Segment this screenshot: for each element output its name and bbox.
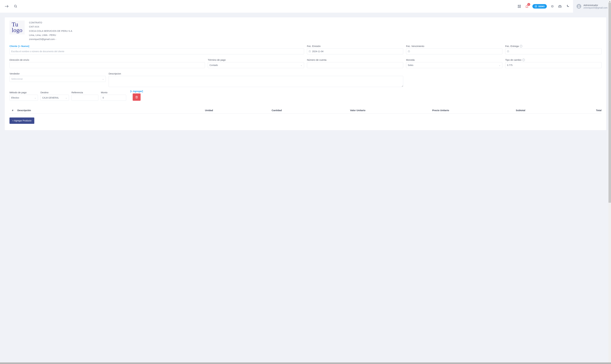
th-unit-value: Valor Unitario — [283, 109, 365, 112]
delivery-date-label: Fec. Entrega — [505, 45, 519, 47]
svg-rect-4 — [520, 5, 520, 6]
calendar-icon — [507, 50, 509, 52]
description-textarea[interactable] — [109, 76, 403, 87]
svg-point-3 — [518, 5, 519, 6]
due-date-input[interactable] — [406, 48, 502, 54]
notification-badge: 3 — [527, 3, 530, 6]
account-number-label: Número de cuenta — [307, 59, 403, 61]
emission-date-input[interactable]: 2024-11-04 — [307, 48, 403, 54]
destination-select[interactable]: CAJA GENERAL ⌄ — [40, 95, 69, 101]
svg-rect-6 — [520, 7, 520, 8]
user-email: zrenrique20@gmail.com — [584, 6, 608, 9]
delivery-date-input[interactable] — [505, 48, 601, 54]
delete-payment-button[interactable] — [133, 93, 141, 101]
chevron-down-icon: ⌄ — [499, 64, 501, 66]
grid-icon[interactable] — [517, 4, 521, 8]
payment-term-select[interactable]: Contado ⌄ — [208, 62, 304, 68]
add-product-button[interactable]: + Agregar Producto — [10, 117, 34, 124]
due-date-label: Fec. Vencimiento — [406, 45, 502, 47]
reference-input[interactable] — [71, 95, 98, 101]
info-icon[interactable]: i — [520, 45, 522, 47]
info-icon[interactable]: i — [522, 59, 525, 61]
client-input[interactable] — [10, 48, 304, 54]
briefcase-icon[interactable] — [558, 4, 562, 8]
svg-rect-15 — [408, 51, 410, 52]
client-label-link[interactable]: Cliente — [10, 45, 17, 47]
logo-placeholder: Tu logo — [10, 21, 25, 35]
amount-input[interactable] — [101, 95, 126, 101]
currency-select[interactable]: Soles ⌄ — [406, 62, 502, 68]
emission-date-label: Fec. Emisión — [307, 45, 403, 47]
document-card: Tu logo CONTRATO CNT-XXX COCA-COLA SERVI… — [5, 17, 606, 130]
svg-point-7 — [535, 5, 537, 7]
payment-method-label: Método de pago — [10, 91, 38, 94]
bell-icon[interactable]: 3 — [525, 4, 529, 8]
th-subtotal: Subtotal — [451, 109, 525, 112]
th-quantity: Cantidad — [215, 109, 282, 112]
ship-address-input[interactable] — [10, 62, 205, 68]
th-unit-price: Precio Unitario — [367, 109, 449, 112]
reference-label: Referencia — [71, 91, 98, 94]
calendar-icon — [309, 50, 311, 52]
payment-method-select[interactable]: Efectivo ⌄ — [10, 95, 38, 101]
ship-address-label: Dirección de envío — [10, 59, 205, 61]
demo-label: DEMO — [538, 5, 545, 8]
destination-label: Destino — [40, 91, 69, 94]
svg-rect-11 — [309, 51, 311, 52]
th-description: Descripción — [17, 109, 152, 112]
arrow-right-icon[interactable] — [5, 4, 9, 8]
seller-label: Vendedor — [10, 72, 106, 75]
new-client-link[interactable]: [+ Nuevo] — [18, 45, 29, 47]
trash-icon — [135, 96, 138, 99]
minimize-icon[interactable] — [550, 4, 554, 8]
chevron-down-icon: ⌄ — [65, 96, 67, 99]
svg-rect-5 — [518, 7, 519, 8]
th-unit: Unidad — [153, 109, 213, 112]
svg-point-1 — [14, 5, 16, 7]
scrollbar-thumb[interactable] — [609, 2, 611, 203]
exchange-rate-label: Tipo de cambio — [505, 59, 521, 61]
document-info: CONTRATO CNT-XXX COCA-COLA SERVICIOS DE … — [29, 21, 72, 41]
payment-term-label: Término de pago — [208, 59, 304, 61]
th-number: # — [10, 109, 16, 112]
demo-button[interactable]: DEMO — [533, 4, 547, 9]
seller-select[interactable]: Seleccionar ⌄ — [10, 76, 106, 82]
chevron-down-icon: ⌄ — [300, 64, 302, 66]
svg-point-10 — [578, 5, 580, 6]
moon-icon[interactable] — [565, 4, 570, 8]
svg-line-2 — [16, 7, 17, 8]
add-payment-link[interactable]: [+ Agregar] — [130, 90, 143, 92]
exchange-rate-input[interactable] — [505, 62, 601, 68]
bottom-chrome-bar — [0, 363, 611, 364]
currency-label: Moneda — [406, 59, 502, 61]
description-label: Descripcion — [109, 72, 403, 75]
account-number-input[interactable] — [307, 62, 403, 68]
avatar — [576, 4, 581, 9]
th-total: Total — [527, 109, 601, 112]
svg-rect-19 — [507, 51, 509, 52]
amount-label: Monto — [101, 91, 126, 94]
chevron-down-icon: ⌄ — [34, 96, 36, 99]
scrollbar[interactable]: ▴ — [609, 0, 611, 364]
user-menu[interactable]: Administrador zrenrique20@gmail.com — [573, 0, 611, 13]
products-table-header: # Descripción Unidad Cantidad Valor Unit… — [10, 105, 601, 114]
search-icon[interactable] — [13, 4, 18, 8]
calendar-icon — [408, 50, 410, 52]
chevron-down-icon: ⌄ — [102, 78, 104, 80]
scrollbar-up-arrow[interactable]: ▴ — [609, 0, 611, 2]
topbar: 3 DEMO Administrador zrenriq — [0, 0, 611, 13]
user-name: Administrador — [584, 4, 608, 6]
